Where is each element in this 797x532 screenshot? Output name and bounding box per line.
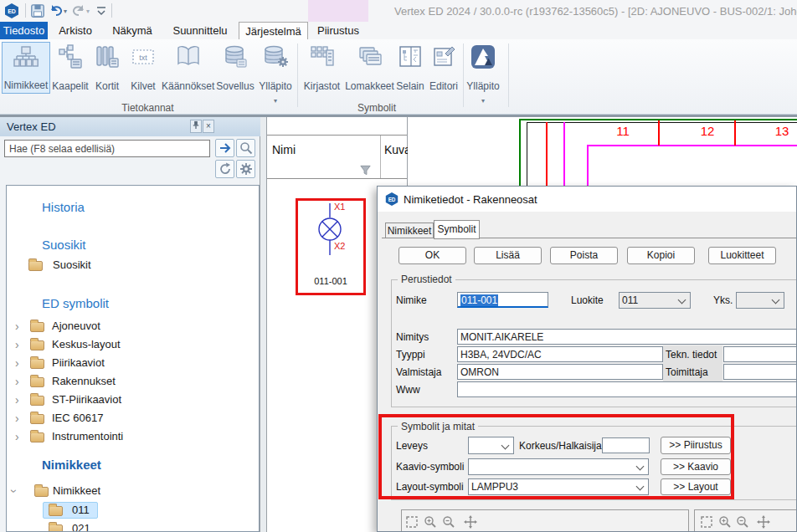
tab-arkisto[interactable]: Arkisto [48, 22, 103, 39]
ribbon-button-sovellus[interactable]: Sovellus [214, 42, 256, 94]
tab-jarjestelma[interactable]: Järjestelmä [239, 22, 308, 39]
ribbon-button-selain[interactable]: Selain [394, 42, 426, 94]
tyyppi-label: Tyyppi [396, 349, 425, 361]
zoom-in-icon[interactable] [424, 515, 439, 530]
sidebar-item-nimikkeet[interactable]: › Nimikkeet [7, 483, 259, 499]
titlebar-highlight [308, 0, 368, 22]
sidebar-item-suosikit[interactable]: Suosikit [7, 257, 259, 274]
layout-button[interactable]: >> Layout [661, 478, 731, 495]
save-button[interactable] [30, 3, 45, 21]
chevron-right-icon[interactable]: › [15, 356, 19, 371]
ribbon: Nimikkeet Kaapelit Kortit txt Kilvet Kää… [0, 39, 797, 115]
ribbon-button-kaannokset[interactable]: Käännökset [162, 42, 214, 94]
luokitteet-button[interactable]: Luokitteet [708, 247, 776, 264]
valmistaja-field[interactable]: OMRON [457, 364, 663, 380]
chevron-down-icon [678, 296, 686, 304]
sidebar-item-011[interactable]: 011 [7, 502, 259, 519]
sidebar-item-ajoneuvot[interactable]: › Ajoneuvot [7, 318, 259, 335]
ok-button[interactable]: OK [398, 247, 466, 264]
refresh-button[interactable] [215, 160, 234, 178]
tree-header-historia[interactable]: Historia [42, 200, 85, 214]
search-go-button[interactable] [215, 139, 234, 157]
sidebar-item-rakennukset[interactable]: › Rakennukset [7, 373, 259, 390]
pan-icon[interactable] [464, 515, 479, 530]
sidebar-item-iec-60617[interactable]: › IEC 60617 [7, 410, 259, 427]
symbol-code[interactable]: 011-001 [298, 276, 363, 286]
kaavio-symboli-dropdown[interactable] [468, 458, 649, 475]
chevron-right-icon[interactable]: › [15, 392, 19, 407]
sidebar-item-instrumentointi[interactable]: › Instrumentointi [7, 428, 259, 445]
zoom-fit-icon[interactable] [405, 515, 420, 530]
ribbon-button-editori[interactable]: Editori [426, 42, 461, 94]
piirustus-button[interactable]: >> Piirustus [661, 437, 731, 454]
sidebar-item-keskus-layout[interactable]: › Keskus-layout [7, 336, 259, 353]
column-divider[interactable] [380, 136, 381, 178]
toimittaja-field[interactable] [723, 364, 797, 380]
sidebar-title-label: Vertex ED [7, 120, 56, 133]
chevron-right-icon[interactable]: › [15, 374, 19, 389]
leveys-dropdown[interactable] [468, 437, 514, 454]
dialog-tab-nimikkeet[interactable]: Nimikkeet [385, 223, 434, 238]
chevron-down-icon[interactable]: › [7, 489, 22, 494]
pan-icon[interactable] [757, 515, 772, 530]
chevron-right-icon[interactable]: › [15, 319, 19, 334]
korkeus-field[interactable] [602, 437, 650, 453]
ribbon-button-yllapito-tietokannat[interactable]: Ylläpito ▾ [256, 42, 295, 94]
ribbon-button-kilvet[interactable]: txt Kilvet [125, 42, 162, 94]
settings-button[interactable] [236, 160, 255, 178]
chevron-right-icon[interactable]: › [15, 411, 19, 426]
nimitys-label: Nimitys [396, 331, 429, 343]
chevron-right-icon[interactable]: › [15, 337, 19, 352]
tab-nakyma[interactable]: Näkymä [103, 22, 162, 39]
zoom-out-icon[interactable] [736, 515, 751, 530]
pin-panel-icon[interactable] [190, 120, 202, 133]
luokite-dropdown[interactable]: 011 [619, 292, 691, 309]
tab-suunnittelu[interactable]: Suunnittelu [162, 22, 239, 39]
dialog-tab-symbolit[interactable]: Symbolit [434, 220, 480, 239]
yks-dropdown[interactable] [736, 292, 784, 309]
preview-pane-left[interactable] [401, 509, 689, 532]
sidebar-item-021[interactable]: 021 [7, 520, 259, 532]
zoom-fit-icon[interactable] [700, 515, 715, 530]
ribbon-button-kirjastot[interactable]: Kirjastot [299, 42, 345, 94]
sidebar-item-st-piirikaaviot[interactable]: › ST-Piirikaaviot [7, 391, 259, 408]
customize-toolbar-icon[interactable] [95, 5, 107, 19]
poista-button[interactable]: Poista [550, 247, 618, 264]
tree-header-suosikit[interactable]: Suosikit [42, 238, 86, 252]
preview-pane-right[interactable] [694, 509, 797, 532]
nimitys-field[interactable]: MONIT.AIKARELE [457, 329, 797, 345]
www-field[interactable] [457, 381, 797, 397]
dialog-titlebar[interactable]: ED Nimiketiedot - Rakenneosat [378, 187, 796, 212]
tab-piirustus[interactable]: Piirustus [308, 22, 368, 39]
tree-header-nimikkeet[interactable]: Nimikkeet [42, 458, 101, 472]
ribbon-button-lomakkeet[interactable]: Lomakkeet [345, 42, 394, 94]
undo-button[interactable] [49, 3, 64, 20]
search-magnifier-button[interactable] [236, 139, 255, 157]
ribbon-button-yllapito-symbolit[interactable]: Ylläpito ▾ [465, 42, 501, 94]
ribbon-button-kortit[interactable]: Kortit [90, 42, 125, 94]
tekn-tiedot-field[interactable] [723, 346, 797, 362]
tab-tiedosto[interactable]: Tiedosto [0, 22, 48, 39]
search-input[interactable] [4, 140, 210, 157]
column-header-nimi[interactable]: Nimi [272, 143, 296, 156]
lamp-symbol[interactable] [298, 201, 363, 263]
undo-dropdown-icon[interactable]: ▾ [64, 8, 67, 15]
zoom-out-icon[interactable] [442, 515, 457, 530]
sidebar-item-piirikaaviot[interactable]: › Piirikaaviot [7, 355, 259, 371]
ribbon-button-kaapelit[interactable]: Kaapelit [51, 42, 90, 94]
tyyppi-field[interactable]: H3BA, 24VDC/AC [457, 346, 663, 362]
lisaa-button[interactable]: Lisää [474, 247, 542, 264]
nimike-field[interactable]: 011-001 [457, 292, 548, 308]
filter-funnel-icon[interactable] [359, 164, 372, 179]
layout-symboli-dropdown[interactable]: LAMPPU3 [468, 478, 649, 495]
redo-button[interactable] [71, 3, 86, 20]
zoom-in-icon[interactable] [718, 515, 733, 530]
kaavio-button[interactable]: >> Kaavio [661, 458, 731, 475]
kopioi-button[interactable]: Kopioi [627, 247, 695, 264]
chevron-down-icon [772, 296, 780, 304]
chevron-right-icon[interactable]: › [15, 429, 19, 444]
ribbon-button-nimikkeet[interactable]: Nimikkeet [2, 42, 50, 94]
redo-dropdown-icon[interactable]: ▾ [86, 8, 90, 15]
close-panel-icon[interactable]: × [203, 120, 214, 133]
tree-header-ed-symbolit[interactable]: ED symbolit [42, 296, 109, 310]
